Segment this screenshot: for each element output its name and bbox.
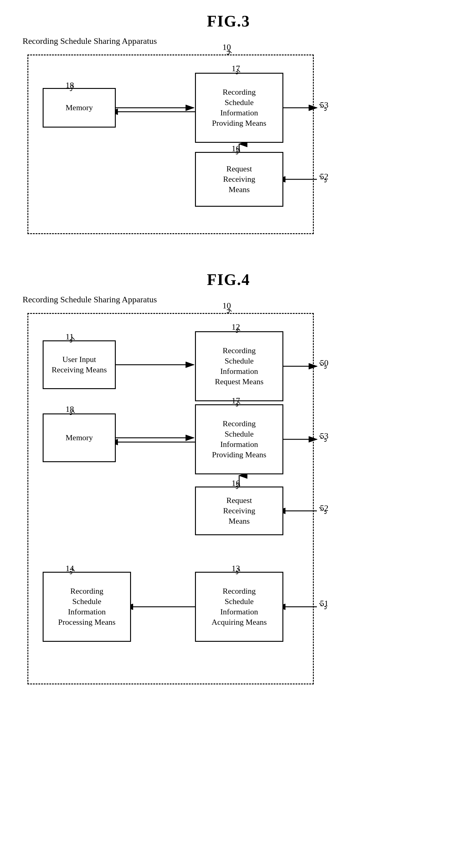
fig4-memory-box: Memory: [42, 413, 116, 462]
fig4-apparatus-label: Recording Schedule Sharing Apparatus: [23, 295, 157, 305]
fig3-diagram: 10 ↄ Recording Schedule Sharing Apparatu…: [18, 33, 439, 246]
fig3-memory-box: Memory: [42, 88, 116, 128]
fig3-request-box: Request Receiving Means: [195, 152, 283, 207]
fig4-providing-box: Recording Schedule Information Providing…: [195, 404, 283, 474]
fig3-title: FIG.3: [18, 12, 439, 30]
fig4-processing-box: Recording Schedule Information Processin…: [42, 572, 131, 642]
fig4-acquiring-box: Recording Schedule Information Acquiring…: [195, 572, 283, 642]
fig3-apparatus-label: Recording Schedule Sharing Apparatus: [23, 36, 157, 46]
fig4-rs-request-box: Recording Schedule Information Request M…: [195, 331, 283, 401]
fig4-title: FIG.4: [18, 271, 439, 289]
fig3-providing-box: Recording Schedule Information Providing…: [195, 73, 283, 143]
fig4-diagram: 10 ↄ Recording Schedule Sharing Apparatu…: [18, 292, 439, 718]
fig4-request-box: Request Receiving Means: [195, 487, 283, 535]
fig4-user-input-box: User Input Receiving Means: [42, 340, 116, 389]
